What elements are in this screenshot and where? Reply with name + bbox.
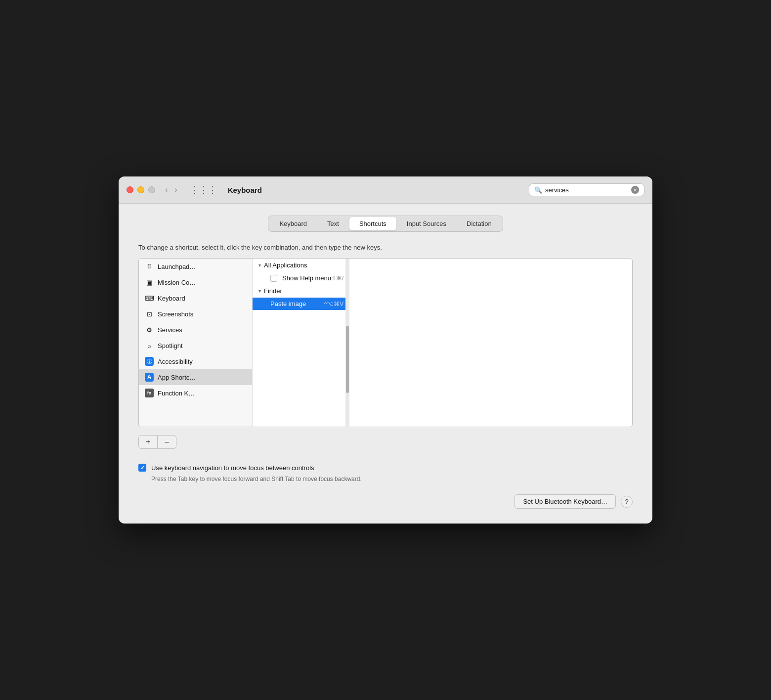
tab-keyboard[interactable]: Keyboard [269,217,317,230]
search-icon: 🔍 [534,186,542,194]
group-toggle-finder: ▾ [258,288,261,294]
shortcut-key-paste-image: ^⌥⌘V [324,301,344,307]
tab-shortcuts[interactable]: Shortcuts [349,217,396,230]
screenshots-icon: ⊡ [145,309,154,318]
forward-button[interactable]: › [172,184,179,195]
add-remove-buttons: + – [138,435,633,449]
back-button[interactable]: ‹ [163,184,170,195]
sidebar-item-accessibility[interactable]: ⓘ Accessibility [139,353,252,369]
shortcut-row-show-help-menu[interactable]: Show Help menu ⇧⌘/ [253,272,349,284]
spotlight-icon: ⌕ [145,341,154,350]
keyboard-nav-checkbox-row: Use keyboard navigation to move focus be… [138,464,633,472]
sidebar-label-launchpad: Launchpad… [158,263,196,270]
window-title: Keyboard [228,186,262,194]
services-icon: ⚙ [145,325,154,334]
accessibility-icon: ⓘ [145,357,154,366]
tab-bar: Keyboard Text Shortcuts Input Sources Di… [268,216,503,232]
tab-text[interactable]: Text [317,217,349,230]
shortcuts-list: ▾ All Applications Show Help menu ⇧⌘/ ▾ … [253,259,349,310]
keyboard-nav-checkbox[interactable] [138,464,146,472]
group-all-applications[interactable]: ▾ All Applications [253,259,349,272]
keyboard-window: ‹ › ⋮⋮⋮ Keyboard 🔍 ✕ Keyboard Text Short… [119,176,652,524]
traffic-lights [127,186,155,193]
sidebar-item-screenshots[interactable]: ⊡ Screenshots [139,306,252,322]
main-panel: ⠿ Launchpad… ▣ Mission Co… ⌨ Keyboard ⊡ … [138,258,633,427]
sidebar: ⠿ Launchpad… ▣ Mission Co… ⌨ Keyboard ⊡ … [139,259,253,427]
search-input[interactable] [545,186,628,194]
add-shortcut-button[interactable]: + [138,435,158,449]
shortcut-row-paste-image[interactable]: Paste image ^⌥⌘V [253,298,349,310]
tab-bar-container: Keyboard Text Shortcuts Input Sources Di… [138,216,633,232]
help-button[interactable]: ? [621,496,633,508]
keyboard-nav-label: Use keyboard navigation to move focus be… [151,464,314,472]
launchpad-icon: ⠿ [145,262,154,271]
sidebar-item-spotlight[interactable]: ⌕ Spotlight [139,338,252,353]
sidebar-item-services[interactable]: ⚙ Services [139,322,252,338]
shortcut-key-show-help-menu: ⇧⌘/ [331,275,343,282]
sidebar-label-function-keys: Function K… [158,390,195,397]
sidebar-label-mission-control: Mission Co… [158,279,196,286]
minimize-button[interactable] [137,186,144,193]
scrollbar-thumb[interactable] [346,326,349,393]
tab-input-sources[interactable]: Input Sources [397,217,456,230]
group-label-all-applications: All Applications [264,262,307,269]
instruction-text: To change a shortcut, select it, click t… [138,244,633,251]
footer: Set Up Bluetooth Keyboard… ? [138,494,633,509]
grid-button[interactable]: ⋮⋮⋮ [187,183,220,196]
sidebar-label-spotlight: Spotlight [158,342,183,350]
sidebar-item-launchpad[interactable]: ⠿ Launchpad… [139,259,252,274]
right-panel: ▾ All Applications Show Help menu ⇧⌘/ ▾ … [253,259,349,427]
search-clear-button[interactable]: ✕ [631,186,639,194]
app-shortcuts-icon: A [145,373,154,382]
maximize-button[interactable] [148,186,155,193]
tab-dictation[interactable]: Dictation [457,217,502,230]
sidebar-label-services: Services [158,326,182,334]
sidebar-label-accessibility: Accessibility [158,358,193,365]
group-label-finder: Finder [264,287,282,295]
shortcut-name-paste-image: Paste image [270,300,324,307]
sidebar-label-keyboard: Keyboard [158,295,185,302]
remove-shortcut-button[interactable]: – [158,435,176,449]
keyboard-nav-helper: Press the Tab key to move focus forward … [151,476,633,482]
search-box: 🔍 ✕ [529,183,644,196]
function-keys-icon: fn [145,389,154,397]
close-button[interactable] [127,186,133,193]
shortcut-checkbox-show-help-menu[interactable] [270,275,277,282]
sidebar-item-mission-control[interactable]: ▣ Mission Co… [139,274,252,290]
keyboard-icon: ⌨ [145,294,154,303]
main-content: Keyboard Text Shortcuts Input Sources Di… [119,204,652,524]
nav-buttons: ‹ › [163,184,179,195]
titlebar: ‹ › ⋮⋮⋮ Keyboard 🔍 ✕ [119,176,652,204]
scrollbar-track[interactable] [345,259,349,427]
shortcut-name-show-help-menu: Show Help menu [282,274,331,282]
sidebar-label-app-shortcuts: App Shortc… [158,374,196,381]
mission-control-icon: ▣ [145,278,154,287]
setup-bluetooth-button[interactable]: Set Up Bluetooth Keyboard… [514,494,616,509]
sidebar-label-screenshots: Screenshots [158,310,193,318]
sidebar-item-function-keys[interactable]: fn Function K… [139,385,252,401]
sidebar-item-app-shortcuts[interactable]: A App Shortc… [139,369,252,385]
sidebar-item-keyboard[interactable]: ⌨ Keyboard [139,290,252,306]
group-toggle-all-applications: ▾ [258,262,261,268]
group-finder[interactable]: ▾ Finder [253,284,349,298]
